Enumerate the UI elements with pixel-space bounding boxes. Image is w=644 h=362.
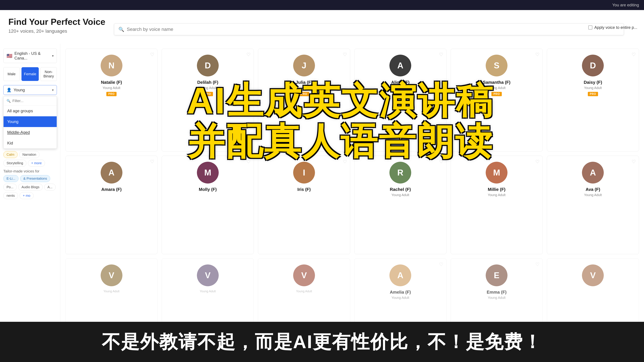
voice-name: Alicia (F) xyxy=(391,80,410,85)
tag-narration[interactable]: Narration xyxy=(19,151,40,158)
voice-type: Young Adult xyxy=(488,296,506,300)
tailor-tag-audio-blogs[interactable]: Audio Blogs xyxy=(18,184,42,191)
avatar-image: V xyxy=(293,265,315,286)
heart-icon[interactable]: ♡ xyxy=(150,52,154,57)
avatar-image: V xyxy=(197,265,219,286)
main-content: Find Your Perfect Voice 120+ voices, 20+… xyxy=(0,10,644,362)
dropdown-item-middle-aged[interactable]: Middle-Aged xyxy=(4,127,57,138)
voice-card-ava[interactable]: ♡ A Ava (F) Young Adult xyxy=(547,156,639,254)
age-text: Young xyxy=(14,88,50,92)
voice-avatar: V xyxy=(582,265,604,286)
voice-name: Natalie (F) xyxy=(101,80,122,85)
avatar-image: A xyxy=(582,162,604,184)
tag-row-1: Calm Narration xyxy=(3,151,57,158)
tailor-tags: E-Li... & Presentations Po... Audio Blog… xyxy=(3,175,57,199)
heart-icon[interactable]: ♡ xyxy=(439,262,443,267)
tailor-tag-podcast[interactable]: Po... xyxy=(3,184,16,191)
gender-female-button[interactable]: Female xyxy=(22,67,39,81)
voice-avatar: N xyxy=(100,55,122,76)
dropdown-search-row: 🔍 xyxy=(4,96,57,106)
avatar-image: E xyxy=(486,265,508,286)
gender-male-button[interactable]: Male xyxy=(3,67,20,81)
voice-name: Amara (F) xyxy=(101,187,122,192)
voice-card-iris[interactable]: ♡ I Iris (F) xyxy=(258,156,350,254)
heart-icon[interactable]: ♡ xyxy=(150,159,154,164)
language-dropdown[interactable]: 🇺🇸 English - US & Cana... ▾ xyxy=(3,49,57,63)
voice-type: Young Adult xyxy=(488,86,506,90)
age-dropdown[interactable]: 👤 Young ▾ xyxy=(3,85,57,95)
voices-grid: ♡ N Natalie (F) Young Adult PRO ♡ D Deli… xyxy=(60,43,644,362)
voice-name: Amelia (F) xyxy=(390,290,411,295)
voice-card-daisy[interactable]: ♡ D Daisy (F) Young Adult PRO xyxy=(547,49,639,151)
editing-text: You are editing xyxy=(612,3,639,7)
voice-card-natalie[interactable]: ♡ N Natalie (F) Young Adult PRO xyxy=(66,49,158,151)
voice-avatar: J xyxy=(293,55,315,76)
flag-icon: 🇺🇸 xyxy=(6,53,12,59)
sidebar: 🇺🇸 English - US & Cana... ▾ Male Female … xyxy=(0,43,60,362)
tailor-tag-announcements[interactable]: A... xyxy=(44,184,56,191)
use-case-tags: Calm Narration Storytelling + more xyxy=(3,151,57,167)
heart-icon[interactable]: ♡ xyxy=(535,52,540,57)
heart-icon[interactable]: ♡ xyxy=(246,159,250,164)
tailor-tag-presentation[interactable]: & Presentations xyxy=(20,175,50,182)
voice-card-rachel[interactable]: ♡ R Rachel (F) Young Adult xyxy=(354,156,446,254)
heart-icon[interactable]: ♡ xyxy=(632,159,636,164)
pro-badge: PRO xyxy=(588,92,598,96)
tailor-tag-announcements-2[interactable]: nents xyxy=(3,192,18,199)
heart-icon[interactable]: ♡ xyxy=(343,159,347,164)
voice-name: Samantha (F) xyxy=(483,80,510,85)
tailor-tag-elearning[interactable]: E-Li... xyxy=(3,175,18,182)
avatar-image: I xyxy=(293,162,315,184)
dropdown-item-kid[interactable]: Kid xyxy=(4,138,57,148)
tag-calm[interactable]: Calm xyxy=(3,151,18,158)
voice-card-delilah[interactable]: ♡ D Delilah (F) Young Adult PRO xyxy=(162,49,254,151)
voice-card-samantha[interactable]: ♡ S Samantha (F) Young Adult PRO xyxy=(451,49,543,151)
tag-storytelling[interactable]: Storytelling xyxy=(3,160,26,167)
voice-card-julia[interactable]: ♡ J Julia (F) Young Adult PRO xyxy=(258,49,350,151)
voice-avatar: A xyxy=(100,162,122,184)
avatar-image: N xyxy=(100,55,122,76)
gender-nonbinary-button[interactable]: Non-Binary xyxy=(40,67,57,81)
avatar-image: V xyxy=(582,265,604,286)
chevron-down-icon: ▾ xyxy=(52,54,54,58)
heart-icon[interactable]: ♡ xyxy=(535,159,540,164)
voice-avatar: M xyxy=(486,162,508,184)
apply-voice-checkbox[interactable] xyxy=(588,25,592,29)
person-icon: 👤 xyxy=(6,88,12,92)
search-input[interactable] xyxy=(127,27,620,32)
voice-type: Young Adult xyxy=(200,290,216,293)
voice-card-millie[interactable]: ♡ M Millie (F) Young Adult xyxy=(451,156,543,254)
voice-name: Emma (F) xyxy=(487,290,506,295)
tailor-section: Tailor-made voices for E-Li... & Present… xyxy=(3,169,57,199)
tag-more[interactable]: + more xyxy=(28,160,45,167)
tailor-tag-more[interactable]: + mo xyxy=(20,192,34,199)
voice-type: Young Adult xyxy=(584,193,602,197)
search-bar[interactable]: 🔍 xyxy=(114,23,624,35)
dropdown-filter-input[interactable] xyxy=(12,99,57,103)
voice-type: Young Adult xyxy=(104,290,120,293)
heart-icon[interactable]: ♡ xyxy=(439,159,443,164)
pro-badge: PRO xyxy=(299,92,309,96)
dropdown-item-young[interactable]: Young xyxy=(4,116,57,127)
voice-avatar: S xyxy=(486,55,508,76)
search-icon-small: 🔍 xyxy=(6,99,11,103)
voice-card-molly[interactable]: ♡ M Molly (F) xyxy=(162,156,254,254)
voice-card-alicia[interactable]: ♡ A Alicia (F) Young Adult PRO xyxy=(354,49,446,151)
heart-icon[interactable]: ♡ xyxy=(246,52,250,57)
heart-icon[interactable]: ♡ xyxy=(439,52,443,57)
voice-avatar: M xyxy=(197,162,219,184)
heart-icon[interactable]: ♡ xyxy=(343,52,347,57)
voice-card-amara[interactable]: ♡ A Amara (F) xyxy=(66,156,158,254)
voice-type: Young Adult xyxy=(392,193,409,197)
avatar-image: D xyxy=(582,55,604,76)
heart-icon[interactable]: ♡ xyxy=(632,52,636,57)
heart-icon[interactable]: ♡ xyxy=(535,262,540,267)
search-icon: 🔍 xyxy=(118,27,124,32)
voice-name: Iris (F) xyxy=(297,187,310,192)
voice-type: Young Adult xyxy=(295,86,313,90)
voice-name: Daisy (F) xyxy=(584,80,602,85)
pro-badge: PRO xyxy=(492,92,502,96)
voice-name: Molly (F) xyxy=(199,187,217,192)
avatar-image: D xyxy=(197,55,219,76)
dropdown-item-all[interactable]: All age groups xyxy=(4,106,57,116)
